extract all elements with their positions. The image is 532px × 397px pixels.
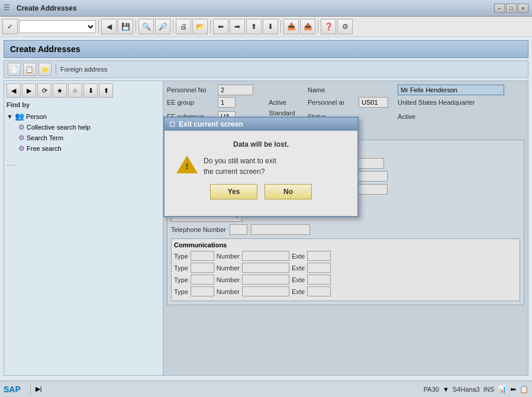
dialog-overlay: ☐ Exit current screen Data will be lost.…	[163, 81, 528, 375]
status-bar: SAP ▶| PA30 ▼ S4Hana3 INS 📊 ⬅ 📋	[0, 380, 532, 397]
sub-toolbar-label: Foreign address	[60, 66, 108, 73]
nav-down-button[interactable]: ⬇	[263, 19, 278, 34]
window-title: Create Addresses	[17, 4, 494, 12]
dialog-body: Data will be lost. ! Do you still want t…	[165, 131, 357, 216]
warning-icon-container: !	[176, 156, 198, 173]
tree-collective-label: Collective search help	[27, 124, 91, 131]
nav-next-button[interactable]: ▶	[22, 83, 36, 98]
dropdown-arrow-icon: ▼	[443, 386, 449, 393]
tree-person-item[interactable]: ▼ 👥 Person	[7, 111, 160, 122]
warning-exclamation: !	[186, 162, 189, 171]
searchterm-icon: ⚙	[18, 134, 25, 142]
settings-button[interactable]: ⚙	[337, 19, 353, 34]
dialog-title: Exit current screen	[179, 120, 243, 128]
transaction-label: PA30	[424, 386, 439, 393]
tree-collective-item[interactable]: ⚙ Collective search help	[7, 122, 160, 133]
system-label: S4Hana3	[453, 386, 480, 393]
nav-bottom: .....	[7, 160, 160, 167]
dialog-buttons: Yes No	[176, 184, 346, 206]
person-group-icon: 👥	[15, 112, 24, 121]
window-controls: − □ ×	[494, 4, 528, 13]
nav-left-button[interactable]: ⬅	[213, 19, 228, 34]
tree-freesearch-label: Free search	[27, 145, 62, 152]
check-button[interactable]: ✓	[2, 19, 18, 34]
toolbar-sep-6	[318, 20, 318, 33]
mode-label: INS	[483, 386, 494, 393]
content-area: ◀ ▶ ⟳ ★ ☆ ⬇ ⬆ Find by ▼ 👥 Person ⚙ Colle	[4, 80, 528, 376]
page-title: Create Addresses	[10, 44, 80, 54]
tree-expand-icon[interactable]: ▼	[7, 113, 13, 120]
nav-fav-button[interactable]: ★	[53, 83, 67, 98]
freesearch-icon: ⚙	[18, 144, 25, 153]
dialog-message1: Data will be lost.	[176, 140, 346, 149]
dialog-no-button[interactable]: No	[265, 184, 312, 199]
left-panel: ◀ ▶ ⟳ ★ ☆ ⬇ ⬆ Find by ▼ 👥 Person ⚙ Colle	[4, 80, 163, 376]
title-bar: ☰ Create Addresses − □ ×	[0, 0, 532, 17]
save-button[interactable]: 💾	[118, 19, 133, 34]
nav-refresh-button[interactable]: ⟳	[37, 83, 51, 98]
tree-freesearch-item[interactable]: ⚙ Free search	[7, 143, 160, 154]
import-button[interactable]: 📥	[283, 19, 299, 34]
tree-person-label: Person	[26, 113, 47, 120]
star-button[interactable]: ⭐	[38, 63, 51, 76]
new-doc-button[interactable]: 📄	[8, 63, 21, 76]
main-content: Create Addresses 📄 📋 ⭐ Foreign address ◀…	[0, 37, 532, 380]
main-toolbar: ✓ ◀ 💾 🔍 🔎 🖨 📂 ⬅ ➡ ⬆ ⬇ 📥 📤 ❓ ⚙	[0, 17, 532, 37]
page-header: Create Addresses	[4, 40, 528, 58]
app-icon: ☰	[4, 4, 13, 13]
close-button[interactable]: ×	[518, 4, 528, 13]
export-button[interactable]: 📤	[300, 19, 315, 34]
sap-label: SAP	[4, 385, 21, 394]
nav-up-btn[interactable]: ⬆	[99, 83, 113, 98]
nav-tree: ▼ 👥 Person ⚙ Collective search help ⚙ Se…	[7, 111, 160, 154]
status-right: PA30 ▼ S4Hana3 INS 📊 ⬅ 📋	[424, 385, 528, 393]
dialog-message2: Do you still want to exitthe current scr…	[204, 156, 276, 177]
tree-searchterm-item[interactable]: ⚙ Search Term	[7, 133, 160, 143]
find-button[interactable]: 🔍	[138, 19, 154, 34]
toolbar-sep-2	[136, 20, 136, 33]
open-button[interactable]: 📂	[192, 19, 208, 34]
nav-fav2-button[interactable]: ☆	[68, 83, 82, 98]
toolbar-sep-3	[173, 20, 173, 33]
nav-down-btn[interactable]: ⬇	[83, 83, 98, 98]
back-nav-icon: ⬅	[510, 385, 516, 393]
toolbar-sep-1	[98, 20, 99, 33]
nav-controls: ◀ ▶ ⟳ ★ ☆ ⬇ ⬆	[7, 83, 160, 98]
copy-button[interactable]: 📋	[23, 63, 36, 76]
maximize-button[interactable]: □	[506, 4, 517, 13]
sub-toolbar: 📄 📋 ⭐ Foreign address	[4, 60, 528, 78]
right-panel: Personnel No Name EE group Active Person…	[163, 80, 528, 376]
minimize-button[interactable]: −	[494, 4, 505, 13]
dialog-icon: ☐	[169, 121, 175, 128]
collective-icon: ⚙	[18, 123, 25, 131]
nav-prev-status-btn[interactable]: ▶|	[36, 385, 42, 393]
status-sep-1	[30, 385, 31, 394]
nav-right-button[interactable]: ➡	[230, 19, 245, 34]
dialog-yes-button[interactable]: Yes	[210, 184, 257, 199]
toolbar-sep-4	[210, 20, 211, 33]
sub-toolbar-sep	[56, 64, 56, 75]
command-dropdown[interactable]	[19, 20, 96, 33]
find-next-button[interactable]: 🔎	[155, 19, 170, 34]
help-button[interactable]: ❓	[321, 19, 336, 34]
tree-searchterm-label: Search Term	[27, 134, 63, 141]
back-button[interactable]: ◀	[101, 19, 117, 34]
nav-up-button[interactable]: ⬆	[246, 19, 262, 34]
dialog-title-bar: ☐ Exit current screen	[165, 118, 357, 131]
print-button[interactable]: 🖨	[176, 19, 191, 34]
toolbar-sep-5	[280, 20, 281, 33]
dialog-warning-row: ! Do you still want to exitthe current s…	[176, 156, 346, 177]
chart-icon: 📊	[498, 385, 507, 393]
clipboard-icon: 📋	[520, 385, 528, 393]
find-by-label: Find by	[7, 101, 160, 108]
nav-prev-button[interactable]: ◀	[7, 83, 21, 98]
exit-dialog: ☐ Exit current screen Data will be lost.…	[163, 117, 359, 217]
